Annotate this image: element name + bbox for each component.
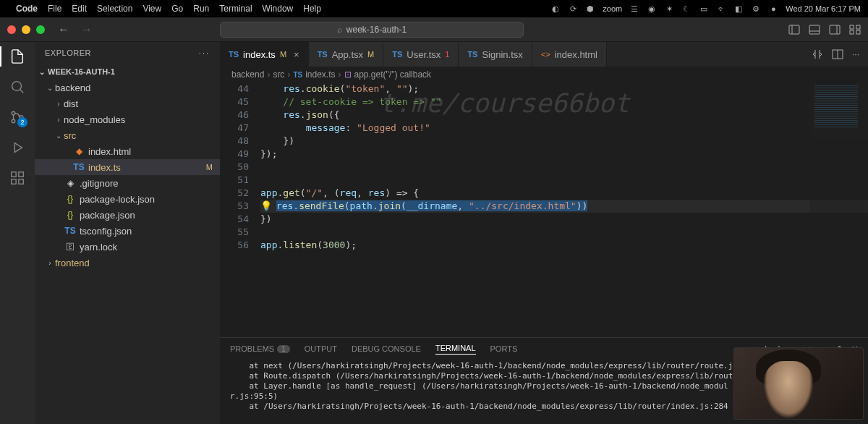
svg-marker-15	[14, 143, 22, 153]
svg-rect-2	[809, 25, 820, 34]
app-name[interactable]: Code	[16, 4, 38, 14]
nav-back-button[interactable]: ←	[58, 23, 69, 36]
customize-layout-icon[interactable]	[849, 24, 861, 35]
webcam-overlay	[733, 347, 864, 420]
editor-tab[interactable]: <>index.html	[532, 42, 607, 67]
search-tab[interactable]	[9, 78, 26, 96]
chevron-icon: ›	[54, 116, 64, 124]
macos-menubar: Code File Edit Selection View Go Run Ter…	[0, 0, 868, 17]
code[interactable]: res.cookie("token", ""); // set-cookie =…	[260, 82, 868, 337]
tree-file[interactable]: ⚿yarn.lock	[35, 239, 220, 255]
menu-go[interactable]: Go	[171, 4, 183, 14]
compare-changes-icon[interactable]	[812, 48, 823, 60]
svg-rect-19	[19, 179, 23, 184]
menu-file[interactable]: File	[48, 4, 61, 14]
tree-file[interactable]: TSindex.tsM	[35, 159, 220, 175]
tree-label: node_modules	[64, 114, 220, 125]
vscode-window: ← → ⌕ week-16-auth-1 2	[0, 17, 868, 424]
panel-tab-terminal[interactable]: TERMINAL	[435, 344, 476, 355]
zoom-label[interactable]: zoom	[603, 4, 622, 13]
tab-badge: 1	[445, 50, 449, 59]
tree-label: backend	[55, 82, 220, 93]
tree-file[interactable]: ◈.gitignore	[35, 175, 220, 191]
maximize-window-button[interactable]	[36, 25, 45, 34]
minimap[interactable]	[810, 82, 868, 337]
svg-rect-9	[856, 30, 860, 34]
status-icon[interactable]: ◐	[550, 4, 561, 14]
editor-tab[interactable]: TSindex.tsM×	[220, 42, 309, 67]
tree-label: tsconfig.json	[80, 226, 220, 237]
svg-rect-6	[850, 25, 854, 29]
tree-file[interactable]: {}package.json	[35, 207, 220, 223]
control-center-icon[interactable]: ⚙	[751, 4, 761, 14]
tree-label: frontend	[55, 258, 220, 268]
sidebar-more-icon[interactable]: ···	[199, 48, 210, 57]
more-icon[interactable]: ···	[852, 49, 859, 59]
close-icon[interactable]: ×	[294, 49, 299, 60]
battery-icon[interactable]: ▭	[699, 4, 709, 14]
command-center[interactable]: ⌕ week-16-auth-1	[220, 22, 524, 38]
status-icon[interactable]: ◧	[733, 4, 744, 14]
status-icon[interactable]: ●	[768, 4, 778, 14]
project-root-label: WEEK-16-AUTH-1	[48, 67, 115, 76]
breadcrumb-segment[interactable]: backend	[231, 69, 264, 80]
svg-rect-18	[12, 179, 16, 184]
minimize-window-button[interactable]	[22, 25, 30, 34]
panel-tab-output[interactable]: OUTPUT	[305, 344, 337, 353]
svg-line-11	[20, 90, 24, 93]
status-icon[interactable]: ✶	[664, 4, 674, 14]
wifi-icon[interactable]: ᯤ	[716, 4, 726, 14]
panel-tab-ports[interactable]: PORTS	[490, 344, 518, 353]
extensions-tab[interactable]	[9, 169, 26, 187]
tree-file[interactable]: ◆index.html	[35, 143, 220, 159]
editor-tab[interactable]: TSSignin.tsx	[459, 42, 532, 67]
status-icon[interactable]: ◉	[647, 4, 657, 14]
breadcrumb[interactable]: backend›src›TSindex.ts›⊡app.get("/") cal…	[220, 67, 868, 82]
chevron-icon: ›	[54, 100, 64, 108]
menu-terminal[interactable]: Terminal	[219, 4, 252, 14]
code-editor[interactable]: t.me/course66bot 44454647484950515253545…	[220, 82, 868, 337]
tree-label: index.html	[88, 146, 220, 157]
status-icon[interactable]: ☰	[629, 4, 639, 14]
debug-tab[interactable]	[9, 139, 26, 156]
panel-tab-problems[interactable]: PROBLEMS 1	[230, 344, 290, 353]
layout-sidebar-right-icon[interactable]	[829, 24, 841, 35]
layout-sidebar-left-icon[interactable]	[788, 24, 800, 35]
breadcrumb-segment[interactable]: index.ts	[305, 69, 335, 80]
breadcrumb-segment[interactable]: src	[273, 69, 284, 80]
panel-tab-debug-console[interactable]: DEBUG CONSOLE	[352, 344, 421, 353]
close-window-button[interactable]	[7, 25, 16, 34]
editor-tab[interactable]: TSApp.tsxM	[309, 42, 384, 67]
status-icon[interactable]: ⟳	[568, 4, 578, 14]
split-editor-icon[interactable]	[832, 48, 843, 60]
editor-tab[interactable]: TSUser.tsx1	[383, 42, 459, 67]
menu-help[interactable]: Help	[303, 4, 321, 14]
tree-file[interactable]: {}package-lock.json	[35, 191, 220, 207]
tree-folder[interactable]: ⌄backend	[35, 80, 220, 96]
moon-icon[interactable]: ☾	[681, 4, 692, 14]
tree-label: package-lock.json	[80, 194, 220, 205]
menu-selection[interactable]: Selection	[97, 4, 132, 14]
tree-label: package.json	[80, 210, 220, 221]
breadcrumb-segment[interactable]: app.get("/") callback	[354, 69, 432, 80]
tree-file[interactable]: TStsconfig.json	[35, 223, 220, 239]
editor-tabs: TSindex.tsM×TSApp.tsxMTSUser.tsx1TSSigni…	[220, 42, 868, 67]
tree-folder[interactable]: ⌄src	[35, 127, 220, 143]
activity-bar: 2	[0, 42, 35, 424]
scm-tab[interactable]: 2	[9, 109, 26, 126]
status-icon[interactable]: ⬢	[585, 4, 595, 14]
clock[interactable]: Wed 20 Mar 6:17 PM	[786, 4, 861, 13]
layout-panel-icon[interactable]	[809, 24, 820, 35]
tree-folder[interactable]: ›frontend	[35, 255, 220, 271]
menu-view[interactable]: View	[142, 4, 161, 14]
menu-edit[interactable]: Edit	[72, 4, 87, 14]
tree-folder[interactable]: ›node_modules	[35, 111, 220, 127]
project-root[interactable]: ⌄ WEEK-16-AUTH-1	[35, 64, 220, 80]
sidebar: EXPLORER ··· ⌄ WEEK-16-AUTH-1 ⌄backend›d…	[35, 42, 220, 424]
menu-window[interactable]: Window	[263, 4, 294, 14]
menu-run[interactable]: Run	[193, 4, 209, 14]
explorer-tab[interactable]	[9, 48, 26, 65]
file-tree: ⌄backend›dist›node_modules⌄src◆index.htm…	[35, 80, 220, 271]
nav-forward-button[interactable]: →	[81, 23, 93, 36]
tree-folder[interactable]: ›dist	[35, 96, 220, 111]
